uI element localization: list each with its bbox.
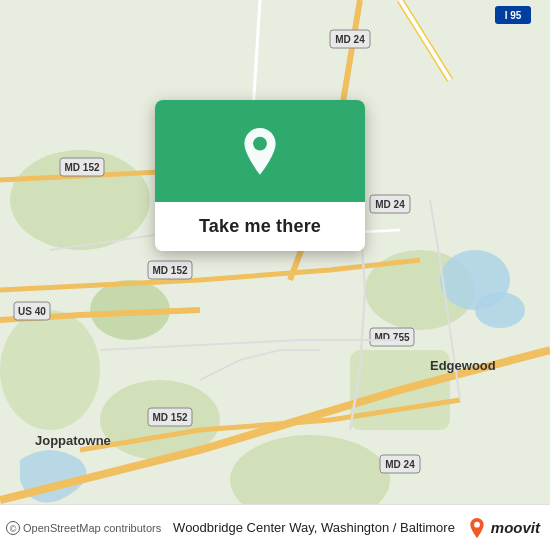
- popup-card: Take me there: [155, 100, 365, 251]
- moovit-logo: moovit: [467, 518, 540, 538]
- svg-text:MD 152: MD 152: [152, 265, 187, 276]
- svg-text:MD 24: MD 24: [375, 199, 405, 210]
- map-container: I 95 MD 24 MD 24 MD 24 MD 152 MD 152 MD …: [0, 0, 550, 550]
- moovit-pin-icon: [467, 518, 487, 538]
- svg-text:Edgewood: Edgewood: [430, 358, 496, 373]
- location-pin-icon: [234, 128, 286, 180]
- map-background: I 95 MD 24 MD 24 MD 24 MD 152 MD 152 MD …: [0, 0, 550, 550]
- attribution: © OpenStreetMap contributors: [6, 521, 161, 535]
- popup-button-section[interactable]: Take me there: [155, 202, 365, 251]
- moovit-text: moovit: [491, 519, 540, 536]
- svg-point-5: [0, 310, 100, 430]
- svg-text:Joppatowne: Joppatowne: [35, 433, 111, 448]
- popup-green-section: [155, 100, 365, 202]
- bottom-bar: © OpenStreetMap contributors Woodbridge …: [0, 504, 550, 550]
- svg-text:I 95: I 95: [505, 10, 522, 21]
- svg-point-10: [475, 292, 525, 328]
- svg-text:MD 24: MD 24: [335, 34, 365, 45]
- svg-text:US 40: US 40: [18, 306, 46, 317]
- svg-point-32: [474, 521, 480, 527]
- svg-text:MD 24: MD 24: [385, 459, 415, 470]
- location-label: Woodbridge Center Way, Washington / Balt…: [161, 520, 467, 535]
- svg-text:MD 755: MD 755: [374, 332, 409, 343]
- copyright-symbol: ©: [6, 521, 20, 535]
- take-me-there-button[interactable]: Take me there: [199, 216, 321, 237]
- svg-point-31: [253, 137, 267, 151]
- attribution-text: OpenStreetMap contributors: [23, 522, 161, 534]
- svg-text:MD 152: MD 152: [64, 162, 99, 173]
- svg-text:MD 152: MD 152: [152, 412, 187, 423]
